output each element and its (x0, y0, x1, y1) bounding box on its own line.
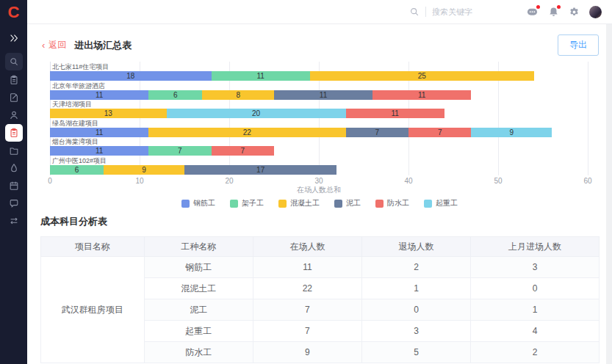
column-header: 在场人数 (253, 237, 361, 257)
legend-swatch (334, 200, 342, 208)
table-cell: 2 (361, 257, 470, 278)
sidebar-item-search[interactable] (5, 53, 23, 70)
bar-segment[interactable]: 7 (212, 146, 274, 156)
legend-item[interactable]: 架子工 (230, 198, 264, 208)
legend-item[interactable]: 起重工 (424, 198, 458, 208)
table-cell: 起重工 (144, 321, 253, 342)
column-header: 项目名称 (41, 237, 145, 257)
scrollbar-track[interactable] (606, 24, 612, 364)
transfer-icon (9, 216, 19, 226)
bar-track: 11681111 (50, 90, 588, 100)
column-header: 工种名称 (144, 237, 253, 257)
app-logo[interactable]: C (0, 0, 27, 25)
bar-segment[interactable]: 11 (50, 90, 148, 100)
legend-item[interactable]: 泥工 (334, 198, 361, 208)
back-label: 返回 (48, 39, 66, 51)
chart-row: 天津培湖项目132011 (50, 101, 588, 120)
sidebar-item-clipboard-list[interactable] (5, 124, 23, 142)
bar-segment[interactable]: 20 (167, 109, 346, 118)
x-tick-label: 40 (404, 177, 412, 185)
export-button[interactable]: 导出 (558, 34, 599, 56)
water-drop-icon (9, 163, 19, 173)
global-search (409, 7, 495, 17)
bar-track: 181125 (50, 71, 588, 81)
category-label: 广州中医102#项目 (50, 157, 588, 165)
search-icon (9, 57, 19, 67)
category-label: 烟台海棠湾项目 (50, 138, 588, 146)
table-body: 武汉群租房项目钢筋工1123混泥土工2210泥工701起重工734防水工952 (41, 257, 600, 363)
bar-segment[interactable]: 11 (50, 146, 148, 156)
bar-segment[interactable]: 11 (274, 90, 372, 100)
main-area: ‹ 返回 进出场汇总表 导出 北七家11#住宅项目181125北京年华旅游酒店1… (27, 0, 612, 364)
top-bar (27, 0, 612, 24)
bar-segment[interactable]: 7 (346, 128, 408, 137)
bar-segment[interactable]: 17 (184, 165, 336, 175)
bar-segment[interactable]: 18 (50, 71, 212, 81)
bar-segment[interactable]: 11 (346, 109, 444, 118)
table-cell: 1 (471, 299, 600, 321)
bar-segment[interactable]: 25 (310, 71, 534, 81)
bar-segment[interactable]: 8 (202, 90, 274, 100)
bar-segment[interactable]: 11 (372, 90, 471, 100)
bar-segment[interactable]: 6 (50, 165, 104, 175)
legend-label: 架子工 (242, 198, 264, 208)
sidebar-item-folder[interactable] (5, 142, 23, 159)
legend-swatch (181, 200, 190, 208)
legend-item[interactable]: 防水工 (375, 198, 409, 208)
bar-segment[interactable]: 9 (471, 128, 552, 137)
bar-segment[interactable]: 13 (50, 109, 167, 118)
table-cell: 7 (253, 299, 361, 321)
gear-button[interactable] (569, 7, 580, 18)
bar-track: 132011 (50, 109, 588, 118)
back-link[interactable]: ‹ 返回 (42, 39, 66, 51)
bar-track: 1177 (50, 146, 588, 156)
bar-segment[interactable]: 7 (148, 146, 211, 156)
sidebar-item-water-drop[interactable] (5, 159, 23, 177)
search-input[interactable] (432, 7, 495, 16)
legend-swatch (424, 200, 432, 208)
category-label: 北京年华旅游酒店 (50, 82, 588, 90)
chart-plot: 北七家11#住宅项目181125北京年华旅游酒店11681111天津培湖项目13… (50, 62, 588, 175)
sidebar-item-chat[interactable] (5, 194, 23, 212)
bar-segment[interactable]: 11 (50, 128, 148, 137)
legend-swatch (278, 200, 287, 208)
user-icon (9, 110, 19, 120)
table-cell: 3 (471, 257, 600, 278)
legend-swatch (230, 200, 238, 208)
bell-button[interactable] (548, 7, 559, 18)
sidebar: C (0, 0, 27, 364)
sidebar-item-calendar[interactable] (5, 177, 23, 194)
legend-item[interactable]: 混凝土工 (278, 198, 320, 208)
table-cell: 3 (361, 321, 470, 342)
chart-x-axis-label: 在场人数总和 (50, 185, 588, 194)
file-edit-icon (9, 92, 19, 103)
legend-label: 起重工 (436, 198, 458, 208)
table-cell: 4 (471, 321, 600, 342)
bar-segment[interactable]: 9 (104, 165, 184, 175)
bar-segment[interactable]: 6 (148, 90, 202, 100)
category-label: 天津培湖项目 (50, 101, 588, 109)
table-cell: 22 (253, 278, 361, 299)
sidebar-item-file-edit[interactable] (5, 89, 23, 106)
page-title: 进出场汇总表 (74, 39, 132, 52)
message-button[interactable] (526, 7, 539, 18)
avatar[interactable] (589, 6, 602, 18)
chart-row: 绿岛湖在建项目1122779 (50, 120, 588, 139)
table-title: 成本科目分析表 (40, 215, 600, 228)
bar-segment[interactable]: 11 (212, 71, 310, 81)
bar-segment[interactable]: 7 (408, 128, 471, 137)
sidebar-item-user[interactable] (5, 106, 23, 124)
sidebar-item-clipboard[interactable] (5, 71, 23, 89)
legend-item[interactable]: 钢筋工 (181, 198, 215, 208)
sidebar-item-chevrons-right[interactable] (5, 29, 23, 47)
bar-segment[interactable]: 22 (148, 128, 345, 137)
page-head: ‹ 返回 进出场汇总表 导出 (27, 24, 612, 60)
sidebar-item-transfer[interactable] (5, 212, 23, 230)
table-cell: 0 (361, 299, 470, 321)
category-label: 绿岛湖在建项目 (50, 120, 588, 128)
sidebar-nav (5, 25, 23, 230)
calendar-icon (9, 181, 19, 191)
table-cell: 9 (253, 342, 361, 363)
bar-track: 6917 (50, 165, 588, 175)
divider (425, 7, 426, 17)
